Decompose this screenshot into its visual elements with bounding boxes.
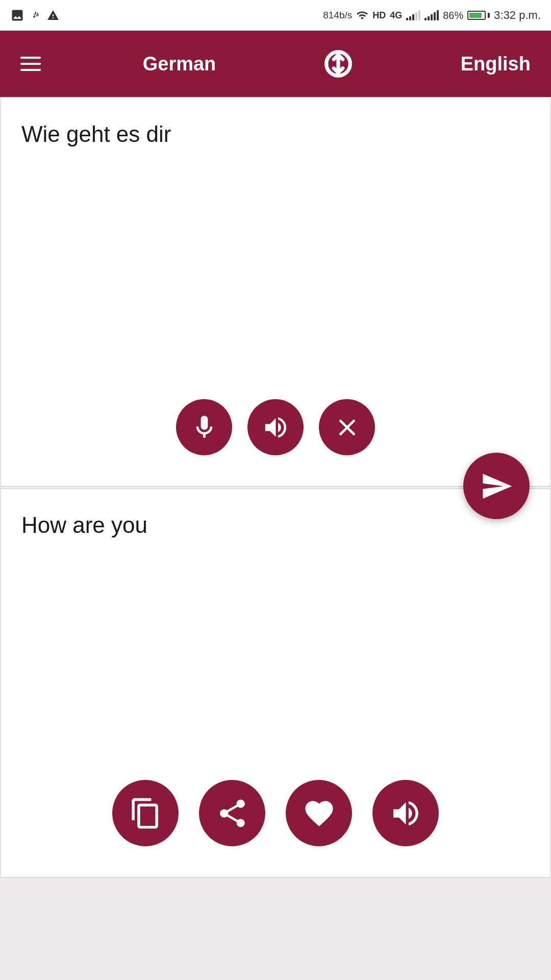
clear-input-button[interactable] xyxy=(319,399,375,455)
microphone-button[interactable] xyxy=(176,399,232,455)
output-buttons xyxy=(1,765,550,862)
hamburger-menu[interactable] xyxy=(20,57,41,71)
main-content: Wie geht es dir xyxy=(0,97,551,980)
swap-languages-button[interactable] xyxy=(318,43,359,84)
network-type: 4G xyxy=(390,10,402,21)
favorite-button[interactable] xyxy=(286,780,352,846)
speak-input-button[interactable] xyxy=(247,399,304,455)
battery-icon xyxy=(467,11,490,20)
hd-badge: HD xyxy=(372,10,386,21)
input-text[interactable]: Wie geht es dir xyxy=(1,98,550,200)
wifi-icon xyxy=(356,9,368,21)
input-buttons xyxy=(1,384,550,471)
signal-bars-1 xyxy=(406,10,420,20)
app-header: German English xyxy=(0,31,551,97)
network-speed: 814b/s xyxy=(323,10,352,21)
signal-bars-2 xyxy=(424,10,439,20)
warning-icon xyxy=(47,9,59,21)
status-bar: 814b/s HD 4G 86% 3:32 p.m. xyxy=(0,0,551,31)
source-language[interactable]: German xyxy=(143,53,216,75)
output-text: How are you xyxy=(1,489,550,591)
status-bar-left xyxy=(10,8,59,22)
battery-percent: 86% xyxy=(443,10,463,21)
image-icon xyxy=(10,8,24,22)
copy-button[interactable] xyxy=(112,780,179,846)
usb-icon xyxy=(30,9,42,21)
share-button[interactable] xyxy=(199,780,265,846)
output-panel: How are you xyxy=(0,488,551,878)
target-language[interactable]: English xyxy=(461,53,531,75)
bottom-area xyxy=(0,878,551,980)
time-display: 3:32 p.m. xyxy=(494,9,541,22)
status-bar-right: 814b/s HD 4G 86% 3:32 p.m. xyxy=(323,9,541,22)
speak-output-button[interactable] xyxy=(372,780,439,846)
translate-button[interactable] xyxy=(463,453,530,519)
input-panel: Wie geht es dir xyxy=(0,97,551,486)
